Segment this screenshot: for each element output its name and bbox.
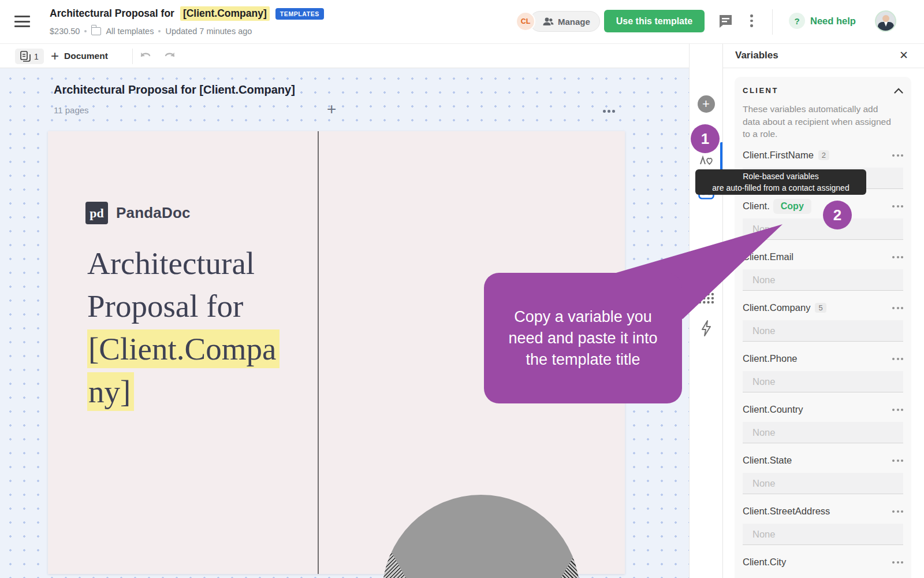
variable-menu-icon[interactable] [892,561,903,564]
add-document-button[interactable]: + Document [51,47,108,65]
highlighted-variable: [Client.Compa [87,329,280,368]
variable-label: Client.Phone [743,353,797,364]
variable-menu-icon[interactable] [892,256,903,258]
variable-usage-badge: 2 [818,150,829,160]
variable-value-input[interactable]: None [743,371,903,392]
variable-value-input[interactable]: None [743,218,903,240]
variable-menu-icon[interactable] [892,154,903,157]
template-title-row: Architectural Proposal for [Client.Compa… [50,6,324,21]
add-section-icon[interactable]: + [327,100,336,118]
add-document-label: Document [64,51,108,61]
app-header: Architectural Proposal for [Client.Compa… [0,0,924,44]
panel-title: Variables [735,50,778,61]
client-variables-section: CLIENT These variables automatically add… [735,77,911,578]
comments-icon[interactable] [718,13,733,29]
use-this-template-button[interactable]: Use this template [604,10,705,32]
callout-text: Copy a variable you need and paste it in… [497,306,669,370]
header-divider [772,9,773,35]
reactions-heart-icon[interactable] [699,155,714,165]
folder-icon [91,27,101,35]
variable-row: Client.StreetAddressNone [743,503,903,545]
manage-button[interactable]: Manage [530,11,600,32]
need-help-label: Need help [810,16,856,27]
variable-value-input[interactable]: None [743,320,903,342]
variable-label: Client.StreetAddress [743,506,830,517]
folder-label[interactable]: All templates [106,27,154,36]
separator-dot [158,30,161,32]
pandadoc-template-editor: Architectural Proposal for [Client.Compa… [0,0,924,578]
pages-chip[interactable]: 1 [15,49,44,64]
section-description: These variables automatically add data a… [743,103,894,140]
recipient-avatar[interactable]: CL [516,12,535,31]
variable-row: Client.City [743,554,903,570]
copy-variable-button[interactable]: Copy [773,199,811,214]
section-title: CLIENT [743,86,778,95]
menu-icon[interactable] [14,16,30,27]
template-title[interactable]: Architectural Proposal for [50,8,174,20]
page-count: 1 [34,52,39,61]
variable-value-input[interactable]: None [743,524,903,545]
variable-usage-badge: 5 [815,303,826,313]
help-icon: ? [789,13,805,29]
page-title-text[interactable]: Architectural Proposal for [Client.Compa… [87,242,280,413]
variable-label: Client.Company [743,302,810,313]
variable-value-input[interactable]: None [743,473,903,494]
highlighted-variable: ny] [87,372,134,411]
rail-divider [699,279,714,280]
pandadoc-logo-text: PandaDoc [116,204,191,222]
section-menu-icon[interactable] [603,110,615,113]
variables-panel: Variables ✕ CLIENT These variables autom… [723,44,924,578]
variable-label: Client.State [743,455,792,466]
price-label: $230.50 [50,27,80,36]
page-fold-divider [318,131,319,574]
updated-label: Updated 7 minutes ago [165,27,252,36]
templates-badge: TEMPLATES [275,8,324,20]
undo-icon[interactable] [139,49,152,62]
variable-menu-icon[interactable] [892,510,903,513]
role-variables-tooltip: Role-based variables are auto-filled fro… [695,169,866,195]
user-avatar[interactable] [875,10,896,32]
variable-label: Client.Country [743,404,803,415]
workflow-icon[interactable] [699,253,714,268]
chevron-up-icon[interactable] [894,88,903,94]
variable-value-input[interactable]: None [743,269,903,291]
variable-menu-icon[interactable] [892,409,903,411]
variables-panel-header: Variables ✕ [723,44,924,68]
automations-lightning-icon[interactable] [701,320,712,336]
template-meta-row: $230.50 All templates Updated 7 minutes … [50,27,252,36]
variable-value-input[interactable]: None [743,422,903,443]
pandadoc-logo-mark: pd [85,202,108,224]
variable-label: Client.FirstName [743,150,814,161]
variable-row: Client.PhoneNone [743,351,903,392]
cover-photo-arch [382,495,580,578]
apps-grid-icon[interactable] [698,292,714,304]
variable-menu-icon[interactable] [892,307,903,309]
chat-bubble-icon [718,13,733,29]
need-help-button[interactable]: ? Need help [789,13,856,29]
variable-label: Client. [743,201,770,212]
variable-row: Client.Company5None [743,300,903,342]
variable-menu-icon[interactable] [892,460,903,462]
step-2-badge: 2 [823,201,852,229]
close-icon[interactable]: ✕ [899,49,908,62]
variable-label: Client.City [743,557,786,568]
variable-row: Client.EmailNone [743,249,903,291]
step-1-badge: 1 [691,124,720,153]
active-panel-indicator [720,142,722,172]
add-block-icon[interactable]: + [698,95,715,113]
variable-menu-icon[interactable] [892,205,903,208]
template-title-variable[interactable]: [Client.Company] [180,6,270,21]
variable-menu-icon[interactable] [892,358,903,360]
avatar-photo [882,15,889,22]
tooltip-line2: are auto-filled from a contact assigned [712,182,849,194]
people-icon [543,17,554,26]
variable-row: Client.CountryNone [743,402,903,443]
plus-icon: + [51,49,59,63]
redo-icon[interactable] [163,49,177,62]
more-options-icon[interactable] [750,14,753,27]
pages-count-label: 11 pages [54,105,89,115]
separator-dot [84,30,87,32]
document-name[interactable]: Architectural Proposal for [Client.Compa… [54,83,295,97]
pandadoc-logo: pd PandaDoc [85,202,191,224]
pages-icon [20,51,31,62]
